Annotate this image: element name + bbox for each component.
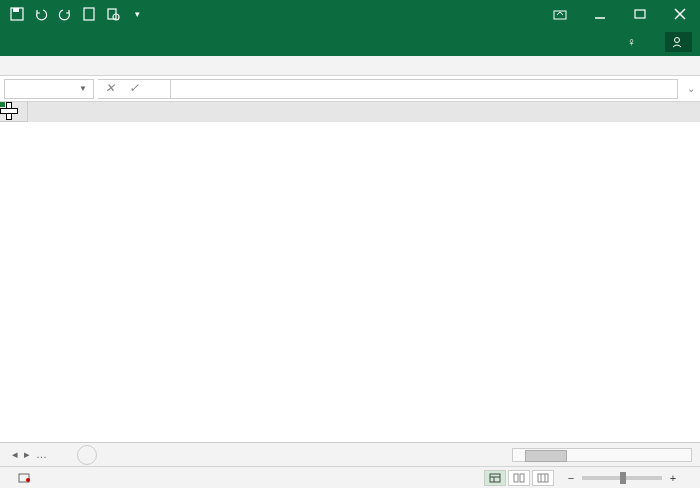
sheet-nav-next-button[interactable]: ▸ [22,448,32,461]
formula-bar-buttons: ✕ ✓ [98,79,171,99]
formula-input[interactable] [171,79,678,99]
expand-formula-bar-button[interactable]: ⌄ [682,83,700,94]
share-icon [671,36,683,48]
chevron-down-icon: ▼ [79,84,87,93]
page-layout-view-button[interactable] [508,470,530,486]
svg-point-12 [26,478,30,482]
maximize-button[interactable] [620,0,660,28]
titlebar: ▾ [0,0,700,28]
status-bar: − + [0,466,700,488]
zoom-slider[interactable] [582,476,662,480]
svg-rect-18 [538,474,548,482]
save-button[interactable] [6,3,28,25]
view-buttons [484,470,554,486]
svg-rect-13 [490,474,500,482]
name-box[interactable]: ▼ [4,79,94,99]
new-button[interactable] [78,3,100,25]
window-controls [540,0,700,28]
undo-button[interactable] [30,3,52,25]
formula-bar: ▼ ✕ ✓ ⌄ [0,76,700,102]
spreadsheet-grid[interactable] [0,102,700,442]
svg-rect-2 [84,8,94,20]
svg-rect-17 [520,474,524,482]
sheet-nav-more-button[interactable]: … [34,448,49,461]
signin-button[interactable] [649,38,661,46]
zoom-control: − + [564,472,692,484]
svg-rect-16 [514,474,518,482]
fx-button[interactable] [146,80,170,98]
normal-view-button[interactable] [484,470,506,486]
sheet-tab-bar: ◂ ▸ … [0,442,700,466]
minimize-button[interactable] [580,0,620,28]
qat-customize-button[interactable]: ▾ [126,3,148,25]
add-sheet-button[interactable] [77,445,97,465]
svg-rect-7 [635,10,645,18]
page-break-view-button[interactable] [532,470,554,486]
select-all-corner[interactable] [0,102,28,122]
print-preview-button[interactable] [102,3,124,25]
column-headers [28,102,700,122]
cancel-button[interactable]: ✕ [98,80,122,98]
sheet-nav: ◂ ▸ … [4,448,55,461]
enter-button[interactable]: ✓ [122,80,146,98]
lightbulb-icon: ♀ [627,35,636,49]
svg-rect-1 [13,8,19,12]
quick-access-toolbar: ▾ [0,3,154,25]
ribbon-options-button[interactable] [540,0,580,28]
share-button[interactable] [665,32,692,52]
ribbon-tabs: ♀ [0,28,700,56]
redo-button[interactable] [54,3,76,25]
tell-me-button[interactable]: ♀ [621,31,645,53]
macro-record-icon[interactable] [18,472,32,484]
zoom-in-button[interactable]: + [666,472,680,484]
zoom-out-button[interactable]: − [564,472,578,484]
svg-point-10 [675,38,680,43]
horizontal-scrollbar[interactable] [512,448,692,462]
ribbon-body [0,56,700,76]
close-button[interactable] [660,0,700,28]
sheet-nav-prev-button[interactable]: ◂ [10,448,20,461]
